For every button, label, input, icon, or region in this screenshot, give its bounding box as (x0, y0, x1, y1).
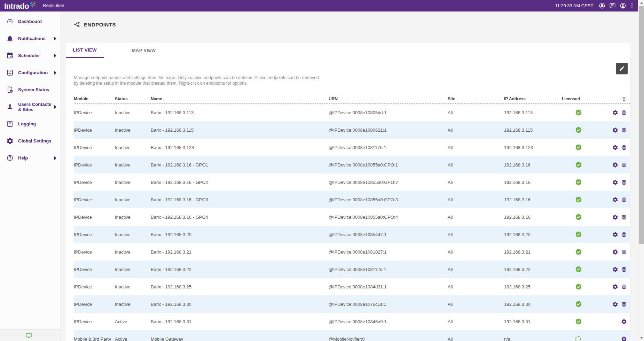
settings-icon[interactable] (621, 319, 627, 325)
tab-map-view[interactable]: MAP VIEW (104, 43, 184, 58)
delete-icon[interactable] (621, 162, 627, 168)
settings-icon[interactable] (612, 266, 618, 272)
sidebar-item-logging[interactable]: Logging (0, 115, 61, 132)
settings-icon[interactable] (612, 162, 618, 168)
sidebar-item-configuration[interactable]: Configuration (0, 64, 61, 81)
settings-icon[interactable] (612, 249, 618, 255)
cell-site: All (448, 302, 504, 307)
account-icon[interactable] (620, 2, 626, 9)
cell-ip-address: 192.168.3.30 (504, 302, 562, 307)
sidebar-item-system-status[interactable]: System Status (0, 81, 61, 98)
sidebar-item-dashboard[interactable]: Dashboard (0, 13, 61, 30)
column-selector-icon[interactable] (621, 96, 627, 102)
table-row[interactable]: IPDevice Inactive Barix - 192.168.3.30 @… (74, 295, 630, 313)
sidebar-item-scheduler[interactable]: Scheduler (0, 47, 61, 64)
delete-icon[interactable] (621, 249, 627, 255)
chevron-right-icon (54, 71, 56, 75)
table-row[interactable]: IPDevice Inactive Barix - 192.168.3.22 @… (74, 261, 630, 278)
sidebar-item-label: System Status (18, 87, 58, 92)
settings-icon[interactable] (612, 284, 618, 290)
scroll-down-icon[interactable] (638, 335, 644, 341)
cell-licensed (562, 301, 607, 308)
delete-icon[interactable] (621, 197, 627, 203)
overflow-menu-icon[interactable] (630, 2, 634, 9)
delete-icon[interactable] (621, 110, 627, 116)
header-site[interactable]: Site (448, 96, 504, 102)
table-row[interactable]: Mobile & 3rd Party Active Mobile Gateway… (74, 330, 630, 341)
app-logo[interactable]: Intrado (0, 1, 38, 11)
table-row[interactable]: IPDevice Inactive Barix - 192.168.3.115 … (74, 121, 630, 139)
sidebar-item-global-settings[interactable]: Global Settings (0, 132, 61, 149)
scrollbar-thumb[interactable] (639, 6, 644, 244)
settings-icon[interactable] (612, 232, 618, 238)
edit-button[interactable] (616, 63, 628, 74)
settings-icon[interactable] (612, 197, 618, 203)
delete-icon[interactable] (621, 145, 627, 150)
dragonfly-icon (28, 1, 38, 9)
header-status[interactable]: Status (115, 96, 151, 102)
settings-icon[interactable] (612, 110, 618, 116)
cell-status: Active (115, 336, 151, 341)
chevron-right-icon (54, 37, 56, 40)
table-row[interactable]: IPDevice Inactive Barix - 192.168.3.123 … (74, 139, 630, 156)
cell-status: Inactive (115, 284, 151, 289)
header-name[interactable]: Name (151, 96, 329, 102)
cell-urn: @IPDevice:0008e108112d:1 (329, 267, 448, 272)
settings-icon[interactable] (612, 214, 618, 220)
delete-icon[interactable] (621, 179, 627, 185)
table-row[interactable]: IPDevice Inactive Barix - 192.168.3.16 -… (74, 173, 630, 191)
delete-icon[interactable] (621, 232, 627, 238)
cell-status: Inactive (115, 197, 151, 202)
tab-bar: LIST VIEW MAP VIEW (66, 43, 630, 58)
table-row[interactable]: IPDevice Inactive Barix - 192.168.3.16 -… (74, 191, 630, 208)
sliders-icon (6, 69, 14, 76)
alerts-icon[interactable] (599, 2, 605, 9)
help-icon (6, 154, 14, 162)
cell-ip-address: 192.168.3.25 (504, 284, 562, 289)
cell-actions (607, 110, 630, 116)
table-row[interactable]: IPDevice Inactive Barix - 192.168.3.21 @… (74, 243, 630, 261)
delete-icon[interactable] (621, 127, 627, 133)
header-ip-address[interactable]: IP Address (504, 96, 562, 102)
delete-icon[interactable] (621, 284, 627, 290)
cell-urn: @IPDevice:0008e1076c1a:1 (329, 302, 448, 307)
header-module[interactable]: Module (74, 96, 115, 102)
table-row[interactable]: IPDevice Inactive Barix - 192.168.3.20 @… (74, 226, 630, 243)
delete-icon[interactable] (621, 214, 627, 220)
table-row[interactable]: IPDevice Inactive Barix - 192.168.3.16 -… (74, 208, 630, 226)
settings-icon[interactable] (612, 145, 618, 150)
sidebar-item-users-contacts-sites[interactable]: Users Contacts & Sites (0, 98, 61, 115)
delete-icon[interactable] (621, 301, 627, 307)
cell-status: Inactive (115, 267, 151, 272)
table-row[interactable]: IPDevice Inactive Barix - 192.168.3.25 @… (74, 278, 630, 295)
settings-icon[interactable] (621, 336, 627, 341)
table-row[interactable]: IPDevice Inactive Barix - 192.168.3.16 -… (74, 156, 630, 173)
settings-icon[interactable] (612, 301, 618, 307)
table-row[interactable]: IPDevice Inactive Barix - 192.168.3.113 … (74, 104, 630, 121)
sidebar-footer (0, 330, 61, 341)
table-row[interactable]: IPDevice Active Barix - 192.168.3.31 @IP… (74, 313, 630, 330)
chat-icon[interactable] (609, 2, 616, 9)
sidebar-item-help[interactable]: Help (0, 149, 61, 166)
licensed-check-icon (575, 179, 582, 186)
sidebar-item-notifications[interactable]: Notifications (0, 30, 61, 47)
cell-module: IPDevice (74, 162, 115, 168)
cell-status: Inactive (115, 110, 151, 115)
system-monitor-icon[interactable] (25, 332, 32, 339)
delete-icon[interactable] (621, 266, 627, 272)
cell-urn: @IPDevice:0008e1084d31:1 (329, 284, 448, 289)
vertical-scrollbar[interactable] (638, 0, 644, 341)
gear-icon (6, 137, 14, 145)
cell-ip-address: 192.168.3.31 (504, 319, 562, 324)
settings-icon[interactable] (612, 179, 618, 185)
settings-icon[interactable] (612, 127, 618, 133)
cell-actions (607, 232, 630, 238)
cell-urn: @IPDevice:0008e1085447:1 (329, 232, 448, 237)
cell-name: Barix - 192.168.3.20 (151, 232, 329, 237)
scroll-up-icon[interactable] (638, 0, 644, 6)
page-description-line1: Manage endpoint names and settings from … (74, 75, 319, 80)
header-actions (607, 96, 630, 102)
header-licensed[interactable]: Licensed (562, 96, 607, 102)
tab-list-view[interactable]: LIST VIEW (66, 43, 104, 58)
header-urn[interactable]: URN (329, 96, 448, 102)
